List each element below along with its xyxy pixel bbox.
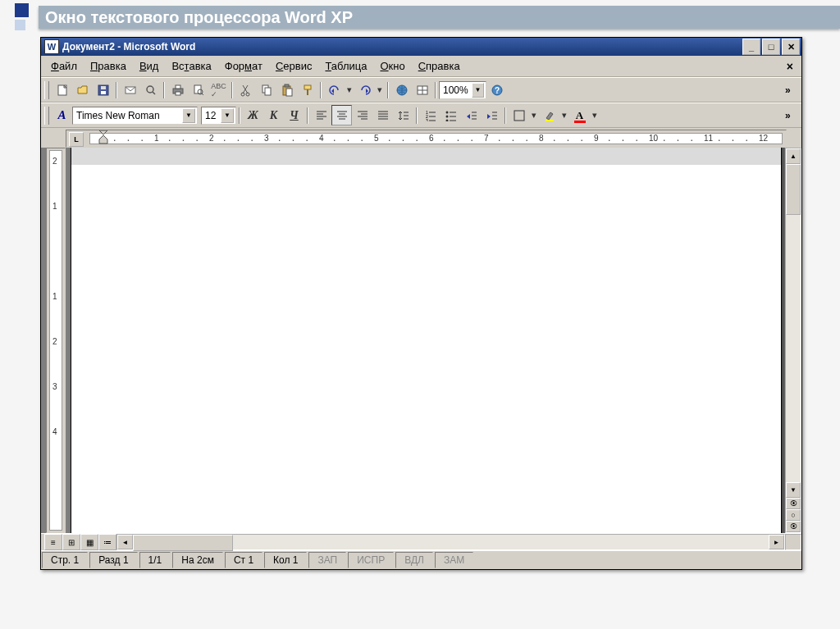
underline-button[interactable]: Ч [284,105,304,125]
svg-line-6 [153,92,155,94]
open-button[interactable] [72,80,93,100]
spellcheck-button[interactable]: ABC✓ [208,80,229,100]
highlight-dropdown[interactable]: ▾ [559,105,569,125]
horizontal-scrollbar[interactable]: ◄ ► [116,534,785,550]
dropdown-arrow-icon[interactable]: ▼ [472,83,484,98]
document-close-button[interactable]: × [782,60,798,73]
save-button[interactable] [93,80,113,100]
print-view-button[interactable]: ▦ [80,534,98,550]
page-top-margin [71,148,781,165]
status-ovr[interactable]: ЗАМ [435,552,473,568]
status-col: Кол 1 [264,552,307,568]
print-button[interactable] [167,80,188,100]
decrease-indent-button[interactable] [461,105,482,125]
prev-page-button[interactable]: ⦿ [786,498,801,509]
svg-text:3: 3 [426,118,428,121]
minimize-button[interactable]: _ [742,39,760,55]
menu-file[interactable]: Файл [44,58,84,74]
document-page[interactable] [71,148,782,533]
increase-indent-button[interactable] [482,105,502,125]
svg-point-54 [445,115,448,117]
toolbar-overflow[interactable]: » [785,110,798,121]
ruler-number: 9 [594,134,599,143]
horizontal-ruler[interactable]: L /*ruler nums generated below*/ 1···2··… [66,130,787,148]
toolbar-grip[interactable] [44,81,49,99]
scroll-up-button[interactable]: ▲ [786,148,801,164]
status-ext[interactable]: ВДЛ [395,552,433,568]
format-painter-button[interactable] [297,80,317,100]
line-spacing-button[interactable] [393,105,413,125]
dropdown-arrow-icon[interactable]: ▼ [221,108,234,123]
menu-table[interactable]: Таблица [318,58,373,74]
svg-rect-19 [286,89,292,96]
close-button[interactable]: ✕ [782,39,800,55]
scroll-down-button[interactable]: ▼ [786,482,801,498]
undo-button[interactable] [324,80,345,100]
font-size-combo[interactable]: 12▼ [201,107,236,125]
font-color-dropdown[interactable]: ▾ [590,105,600,125]
menu-help[interactable]: Справка [412,58,467,74]
highlight-button[interactable] [539,105,559,125]
help-button[interactable]: ? [486,80,507,100]
search-button[interactable] [140,80,161,100]
normal-view-button[interactable]: ≡ [44,534,62,550]
menu-view[interactable]: Вид [133,58,166,74]
copy-button[interactable] [256,80,276,100]
undo-dropdown[interactable]: ▾ [345,80,354,100]
status-trk[interactable]: ИСПР [348,552,394,568]
ruler-number: 6 [429,134,434,143]
svg-rect-2 [101,86,106,89]
menu-edit[interactable]: Правка [84,58,133,74]
borders-button[interactable] [509,105,529,125]
dropdown-arrow-icon[interactable]: ▼ [182,108,195,123]
font-combo[interactable]: Times New Roman▼ [72,107,198,125]
italic-button[interactable]: К [263,105,284,125]
scroll-left-button[interactable]: ◄ [117,535,133,549]
align-center-button[interactable] [331,105,352,125]
redo-dropdown[interactable]: ▾ [375,80,385,100]
next-page-button[interactable]: ⦿ [786,521,801,532]
status-pages: 1/1 [139,552,171,568]
outline-view-button[interactable]: ≔ [98,534,116,550]
bulleted-list-button[interactable] [441,105,461,125]
paste-button[interactable] [276,80,297,100]
vertical-ruler[interactable]: 2 1 1 2 3 4 [46,148,66,533]
bottom-bar: ≡ ⊞ ▦ ≔ ◄ ► [41,533,801,550]
svg-point-55 [445,119,448,121]
print-preview-button[interactable] [188,80,208,100]
browse-object-button[interactable]: ○ [786,509,801,521]
menu-window[interactable]: Окно [373,58,411,74]
email-button[interactable] [120,80,140,100]
web-view-button[interactable]: ⊞ [62,534,80,550]
borders-dropdown[interactable]: ▾ [529,105,539,125]
svg-rect-16 [265,88,271,95]
scroll-right-button[interactable]: ► [769,535,784,549]
align-justify-button[interactable] [372,105,393,125]
zoom-combo[interactable]: 100%▼ [439,81,486,99]
bold-button[interactable]: Ж [243,105,263,125]
cut-button[interactable] [235,80,256,100]
toolbar-overflow[interactable]: » [785,84,798,96]
scroll-thumb[interactable] [786,164,801,215]
styles-button[interactable]: A [52,105,72,125]
indent-marker-icon[interactable] [98,130,108,144]
menu-tools[interactable]: Сервис [269,58,319,74]
vertical-scrollbar[interactable]: ▲ ▼ ⦿ ○ ⦿ [785,148,801,533]
maximize-button[interactable]: □ [762,39,780,55]
tab-selector[interactable]: L [69,132,84,147]
menu-insert[interactable]: Вставка [165,58,217,74]
font-color-button[interactable]: A [569,105,590,125]
titlebar[interactable]: W Документ2 - Microsoft Word _ □ ✕ [41,38,801,56]
menu-format[interactable]: Формат [218,58,269,74]
toolbar-grip[interactable] [44,107,49,125]
hyperlink-button[interactable] [391,80,412,100]
hscroll-thumb[interactable] [133,535,233,551]
align-right-button[interactable] [352,105,372,125]
align-left-button[interactable] [311,105,331,125]
new-doc-button[interactable] [52,80,72,100]
redo-button[interactable] [354,80,375,100]
status-rec[interactable]: ЗАП [308,552,346,568]
tables-borders-button[interactable] [412,80,432,100]
ruler-number: 3 [264,134,269,143]
numbered-list-button[interactable]: 123 [420,105,441,125]
